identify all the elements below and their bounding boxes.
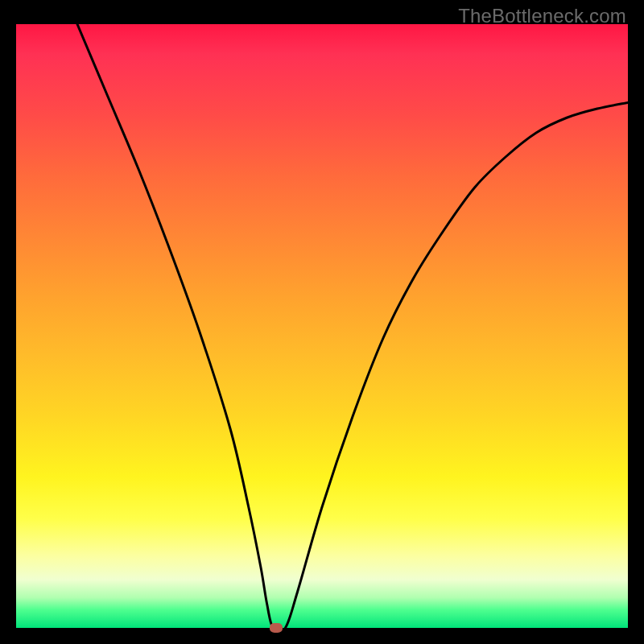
chart-container: TheBottleneck.com <box>0 0 644 644</box>
plot-area <box>16 24 628 628</box>
bottleneck-curve <box>77 24 628 628</box>
curve-svg <box>16 24 628 628</box>
optimal-point-marker <box>270 623 283 633</box>
